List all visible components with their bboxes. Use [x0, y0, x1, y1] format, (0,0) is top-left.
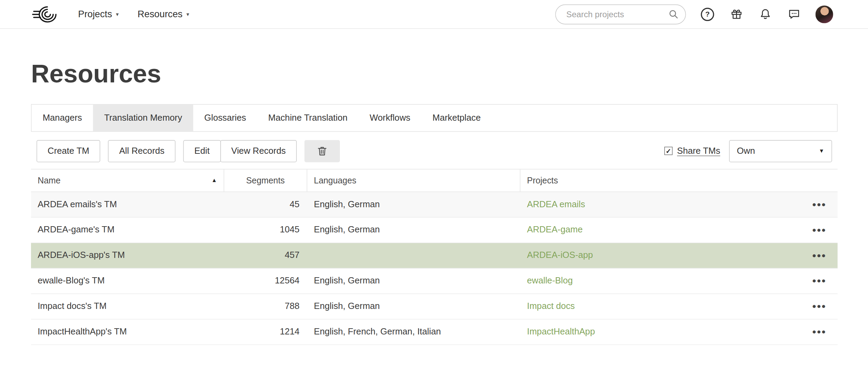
tm-languages: English, German [307, 225, 520, 235]
tm-segments: 1045 [224, 225, 307, 235]
gift-icon [730, 8, 743, 20]
trash-icon [316, 145, 328, 157]
tm-name: ARDEA-game's TM [31, 225, 224, 235]
nav-resources-label: Resources [138, 9, 183, 20]
nav-resources[interactable]: Resources ▾ [138, 9, 189, 20]
nav-projects[interactable]: Projects ▾ [78, 9, 119, 20]
tab-machine-translation[interactable]: Machine Translation [257, 104, 359, 131]
notifications-button[interactable] [758, 7, 772, 21]
project-link[interactable]: ARDEA-iOS-app [527, 250, 593, 260]
tm-segments: 457 [224, 250, 307, 260]
tm-languages: English, German [307, 301, 520, 311]
tm-name: ewalle-Blog's TM [31, 276, 224, 286]
edit-view-button-group: Edit View Records [183, 140, 297, 162]
share-tms-checkbox[interactable] [664, 147, 673, 155]
sort-ascending-icon: ▲ [212, 178, 217, 184]
chevron-down-icon: ▾ [116, 11, 119, 17]
table-row[interactable]: ewalle-Blog's TM 12564 English, German e… [31, 269, 838, 294]
tab-managers[interactable]: Managers [32, 104, 93, 131]
row-actions-button[interactable]: ••• [812, 327, 826, 338]
search-box [555, 4, 686, 24]
user-avatar[interactable] [815, 5, 833, 23]
project-link[interactable]: Impact docs [527, 301, 575, 311]
tm-languages: English, French, German, Italian [307, 327, 520, 337]
column-header-name[interactable]: Name ▲ [31, 169, 224, 191]
create-tm-button[interactable]: Create TM [37, 140, 100, 162]
project-link[interactable]: ARDEA-game [527, 225, 583, 234]
chevron-down-icon: ▾ [186, 11, 189, 17]
tm-segments: 12564 [224, 276, 307, 286]
nav-projects-label: Projects [78, 9, 112, 20]
column-header-actions [801, 169, 838, 191]
row-actions-button[interactable]: ••• [812, 224, 826, 235]
column-header-segments[interactable]: Segments [224, 169, 307, 191]
table-row[interactable]: ImpactHealthApp's TM 1214 English, Frenc… [31, 319, 838, 345]
chat-icon [787, 8, 800, 20]
tab-glossaries[interactable]: Glossaries [193, 104, 257, 131]
tm-segments: 788 [224, 301, 307, 311]
search-input[interactable] [565, 9, 664, 20]
table-row[interactable]: ARDEA emails's TM 45 English, German ARD… [31, 192, 838, 218]
column-header-languages-label: Languages [314, 176, 356, 186]
logo-swirl-icon [32, 5, 58, 23]
table-row[interactable]: Impact docs's TM 788 English, German Imp… [31, 294, 838, 320]
table-row[interactable]: ARDEA-game's TM 1045 English, German ARD… [31, 218, 838, 243]
resources-tab-bar: Managers Translation Memory Glossaries M… [31, 104, 838, 132]
tm-toolbar: Create TM All Records Edit View Records [37, 140, 832, 162]
column-header-projects-label: Projects [527, 176, 558, 186]
delete-button[interactable] [304, 140, 340, 162]
app-logo[interactable] [32, 5, 58, 23]
tab-translation-memory[interactable]: Translation Memory [93, 104, 193, 131]
column-header-projects[interactable]: Projects [521, 169, 801, 191]
tab-marketplace[interactable]: Marketplace [421, 104, 492, 131]
scope-dropdown[interactable]: Own ▼ [729, 140, 832, 162]
tm-name: Impact docs's TM [31, 301, 224, 311]
all-records-button[interactable]: All Records [108, 140, 176, 162]
row-actions-button[interactable]: ••• [812, 301, 826, 312]
messages-button[interactable] [787, 7, 801, 21]
gifts-button[interactable] [729, 7, 744, 21]
tm-name: ARDEA emails's TM [31, 200, 224, 210]
column-header-name-label: Name [38, 176, 60, 186]
tm-name: ImpactHealthApp's TM [31, 327, 224, 337]
table-row[interactable]: ARDEA-iOS-app's TM 457 ARDEA-iOS-app ••• [31, 243, 838, 269]
tm-name: ARDEA-iOS-app's TM [31, 250, 224, 260]
tm-languages: English, German [307, 276, 520, 286]
top-bar: Projects ▾ Resources ▾ ? [0, 0, 868, 29]
project-link[interactable]: ewalle-Blog [527, 276, 573, 285]
row-actions-button[interactable]: ••• [812, 250, 826, 261]
column-header-languages[interactable]: Languages [307, 169, 520, 191]
scope-dropdown-value: Own [737, 146, 755, 156]
view-records-button[interactable]: View Records [220, 140, 297, 162]
project-link[interactable]: ImpactHealthApp [527, 327, 595, 336]
share-tms-label[interactable]: Share TMs [677, 146, 720, 156]
tm-segments: 1214 [224, 327, 307, 337]
tm-segments: 45 [224, 200, 307, 210]
toolbar-right: Share TMs Own ▼ [664, 140, 832, 162]
page-title: Resources [31, 59, 838, 89]
help-button[interactable]: ? [700, 7, 715, 21]
tm-table: Name ▲ Segments Languages Projects ARDEA… [31, 169, 838, 345]
tm-table-header: Name ▲ Segments Languages Projects [31, 169, 838, 192]
column-header-segments-label: Segments [246, 176, 285, 186]
tab-workflows[interactable]: Workflows [359, 104, 421, 131]
row-actions-button[interactable]: ••• [812, 199, 826, 210]
bell-icon [759, 8, 771, 20]
edit-button[interactable]: Edit [183, 140, 221, 162]
row-actions-button[interactable]: ••• [812, 275, 826, 287]
project-link[interactable]: ARDEA emails [527, 200, 585, 209]
tm-languages: English, German [307, 200, 520, 210]
chevron-down-icon: ▼ [819, 148, 824, 154]
help-icon: ? [701, 8, 714, 21]
search-icon[interactable] [668, 9, 679, 20]
